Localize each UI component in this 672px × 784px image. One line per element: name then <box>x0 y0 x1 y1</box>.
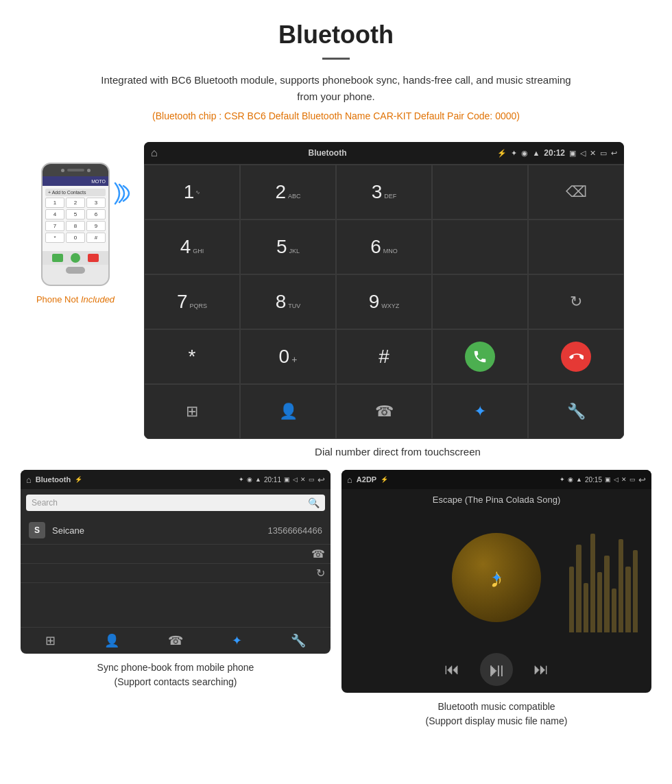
dial-backspace[interactable]: ⌫ <box>528 165 624 219</box>
dial-call-red-btn[interactable] <box>528 329 624 384</box>
phone-key-0: 0 <box>66 233 85 243</box>
dial-empty-1 <box>432 165 528 219</box>
ms-playpause-icon: ⏯ <box>487 658 506 681</box>
dial-bottom-person[interactable]: 👤 <box>240 384 336 439</box>
dial-key-9[interactable]: 9WXYZ <box>336 274 432 329</box>
description-text: Integrated with BC6 Bluetooth module, su… <box>96 72 576 105</box>
phone-image-wrapper: MOTO + Add to Contacts 1 2 3 4 5 6 7 8 9 <box>38 163 113 286</box>
dial-refresh[interactable]: ↻ <box>528 274 624 329</box>
dial-key-4[interactable]: 4GHI <box>144 219 240 274</box>
ms-usb-icon: ⚡ <box>381 476 388 483</box>
pb-status-bar: ⌂ Bluetooth ⚡ ✦ ◉ ▲ 20:11 ▣ ◁ ✕ ▭ ↩ <box>21 470 331 489</box>
pb-person-bottom-icon[interactable]: 👤 <box>104 633 119 648</box>
ms-playpause-btn[interactable]: ⏯ <box>480 653 513 686</box>
pb-bt-icon: ✦ <box>239 476 244 483</box>
main-section: MOTO + Add to Contacts 1 2 3 4 5 6 7 8 9 <box>0 142 672 470</box>
dial-key-star[interactable]: * <box>144 329 240 384</box>
volume-icon: ◁ <box>580 149 586 158</box>
camera-icon: ▣ <box>569 149 576 158</box>
phone-key-5: 5 <box>66 209 85 219</box>
pb-status-right: ✦ ◉ ▲ 20:11 ▣ ◁ ✕ ▭ ↩ <box>239 475 325 485</box>
pb-contact-number: 13566664466 <box>267 525 322 536</box>
backspace-icon: ⌫ <box>566 183 587 201</box>
phone-key-star: * <box>45 233 64 243</box>
dial-bottom-bluetooth[interactable]: ✦ <box>432 384 528 439</box>
eq-bar <box>604 556 609 632</box>
pb-grid-bottom-icon[interactable]: ⊞ <box>45 633 56 648</box>
dial-key-8[interactable]: 8TUV <box>240 274 336 329</box>
home-icon[interactable]: ⌂ <box>151 147 158 159</box>
phone-speaker <box>67 169 84 171</box>
dial-empty-3 <box>528 219 624 274</box>
phone-not-text: Phone Not <box>36 294 81 305</box>
pb-status-left: ⌂ Bluetooth ⚡ <box>26 475 82 485</box>
music-screen: ⌂ A2DP ⚡ ✦ ◉ ▲ 20:15 ▣ ◁ ✕ ▭ ↩ Escape (T… <box>341 470 651 693</box>
pb-bottom-bar: ⊞ 👤 ☎ ✦ 🔧 <box>21 627 331 654</box>
music-caption-line2: (Support display music file name) <box>426 715 568 726</box>
phone-dot-2 <box>87 169 91 172</box>
phone-key-3: 3 <box>86 198 106 208</box>
phone-body: MOTO + Add to Contacts 1 2 3 4 5 6 7 8 9 <box>41 163 110 286</box>
pb-contact-row[interactable]: S Seicane 13566664466 <box>21 516 331 545</box>
ms-bt-overlay-icon: ✦ <box>491 569 503 586</box>
ms-time: 20:15 <box>585 476 602 484</box>
page-header: Bluetooth Integrated with BC6 Bluetooth … <box>0 0 672 142</box>
dial-caption: Dial number direct from touchscreen <box>144 439 651 470</box>
pb-vol-icon: ◁ <box>293 476 298 483</box>
pb-phone-inline-icon: ☎ <box>311 547 325 560</box>
dial-android-screen: ⌂ Bluetooth ⚡ ✦ ◉ ▲ 20:12 ▣ ◁ ✕ ▭ ↩ <box>144 142 624 439</box>
dial-key-2[interactable]: 2ABC <box>240 165 336 219</box>
pb-search-bar[interactable]: Search 🔍 <box>26 495 325 511</box>
pb-status-title: Bluetooth <box>36 475 71 484</box>
dial-key-5[interactable]: 5JKL <box>240 219 336 274</box>
dial-bottom-grid[interactable]: ⊞ <box>144 384 240 439</box>
pb-phone-bottom-icon[interactable]: ☎ <box>168 633 183 648</box>
phone-not-included-label: Phone Not Included <box>36 294 115 305</box>
phone-top-bar <box>43 164 108 176</box>
pb-home-icon[interactable]: ⌂ <box>26 475 32 485</box>
eq-bar <box>619 539 623 632</box>
ms-prev-icon[interactable]: ⏮ <box>444 661 459 678</box>
ms-home-icon[interactable]: ⌂ <box>347 475 352 485</box>
eq-bar <box>633 550 638 632</box>
call-green-circle <box>465 342 495 372</box>
phone-icon: ☎ <box>375 403 394 420</box>
phone-bottom-bar <box>43 251 108 265</box>
eq-bar <box>612 589 616 632</box>
pb-back-icon[interactable]: ↩ <box>317 475 325 485</box>
dial-key-6[interactable]: 6MNO <box>336 219 432 274</box>
phone-key-9: 9 <box>86 221 106 231</box>
ms-vol-icon: ◁ <box>614 476 619 483</box>
ms-next-icon[interactable]: ⏭ <box>533 661 549 678</box>
phone-screen: + Add to Contacts 1 2 3 4 5 6 7 8 9 * 0 … <box>43 186 108 251</box>
dial-key-7[interactable]: 7PQRS <box>144 274 240 329</box>
dial-key-hash[interactable]: # <box>336 329 432 384</box>
pb-contact-name: Seicane <box>52 525 261 536</box>
page-title: Bluetooth <box>14 21 658 49</box>
pb-bt-bottom-icon[interactable]: ✦ <box>232 633 242 648</box>
pb-usb-icon: ⚡ <box>75 476 82 483</box>
dial-key-0[interactable]: 0+ <box>240 329 336 384</box>
dial-key-1[interactable]: 1∿ <box>144 165 240 219</box>
phonebook-caption: Sync phone-book from mobile phone (Suppo… <box>97 661 254 689</box>
dial-bottom-phone[interactable]: ☎ <box>336 384 432 439</box>
phone-key-7: 7 <box>45 221 64 231</box>
phone-back-btn <box>52 254 63 262</box>
back-icon[interactable]: ↩ <box>611 149 617 158</box>
call-red-circle <box>561 342 591 372</box>
usb-icon: ⚡ <box>497 149 507 158</box>
dial-call-green-btn[interactable] <box>432 329 528 384</box>
bottom-screenshots: ⌂ Bluetooth ⚡ ✦ ◉ ▲ 20:11 ▣ ◁ ✕ ▭ ↩ <box>0 470 672 742</box>
ms-back-icon[interactable]: ↩ <box>638 475 646 485</box>
ms-status-right: ✦ ◉ ▲ 20:15 ▣ ◁ ✕ ▭ ↩ <box>560 475 646 485</box>
dial-bottom-wrench[interactable]: 🔧 <box>528 384 624 439</box>
ms-status-title: A2DP <box>357 475 376 484</box>
phone-brand-text: MOTO <box>91 179 106 184</box>
phone-key-1: 1 <box>45 198 64 208</box>
dial-key-3[interactable]: 3DEF <box>336 165 432 219</box>
pb-wrench-bottom-icon[interactable]: 🔧 <box>291 633 306 648</box>
signal-icon: ▲ <box>532 149 540 157</box>
eq-bar <box>569 567 574 632</box>
eq-bar <box>597 572 602 632</box>
pb-letter-badge: S <box>29 522 45 538</box>
